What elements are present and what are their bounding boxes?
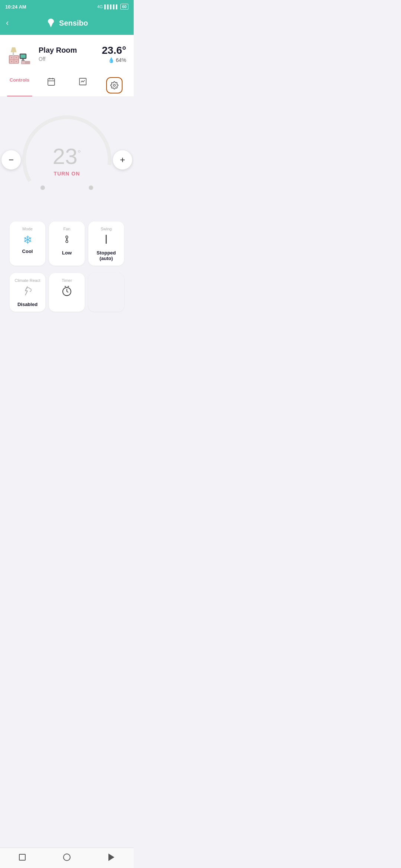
room-info-right: 23.6° 💧 64% <box>102 45 126 63</box>
svg-rect-17 <box>48 79 55 85</box>
svg-point-7 <box>11 61 12 62</box>
fan-control-card[interactable]: Fan Low <box>49 221 85 266</box>
tab-controls[interactable]: Controls <box>4 73 35 96</box>
swing-icon <box>100 233 112 248</box>
svg-marker-10 <box>11 47 17 52</box>
room-temperature: 23.6° <box>102 45 126 56</box>
thermostat-inner: 23° TURN ON <box>53 144 81 177</box>
status-icons: 4G ▌▌▌▌▌ 60 <box>97 4 128 10</box>
swing-control-card[interactable]: Swing Stopped (auto) <box>88 221 124 266</box>
svg-point-27 <box>66 240 68 243</box>
fan-value: Low <box>62 250 72 256</box>
temperature-increase-button[interactable]: + <box>113 150 132 170</box>
tab-bar: Controls <box>0 73 134 97</box>
back-button[interactable]: ‹ <box>6 18 9 28</box>
mode-control-card[interactable]: Mode ❄ Cool <box>10 221 45 266</box>
status-bar: 10:24 AM 4G ▌▌▌▌▌ 60 <box>0 0 134 13</box>
minus-icon: − <box>9 155 14 165</box>
mode-icon: ❄ <box>23 233 32 246</box>
humidity-value: 64% <box>116 57 126 63</box>
svg-rect-12 <box>20 55 26 58</box>
svg-point-22 <box>113 84 115 86</box>
timer-label: Timer <box>62 278 72 283</box>
room-humidity: 💧 64% <box>102 57 126 63</box>
svg-point-29 <box>66 239 68 240</box>
svg-line-33 <box>25 291 27 295</box>
room-illustration <box>7 41 33 67</box>
room-card: Play Room Off 23.6° 💧 64% <box>0 35 134 73</box>
fan-label: Fan <box>63 227 71 231</box>
insights-icon <box>78 77 87 88</box>
climate-react-label: Climate React <box>14 278 40 283</box>
humidity-drop-icon: 💧 <box>108 57 114 63</box>
tab-insights[interactable] <box>67 73 98 96</box>
svg-point-5 <box>11 57 12 58</box>
climate-react-value: Disabled <box>17 302 38 307</box>
svg-rect-9 <box>13 52 14 56</box>
timer-icon <box>61 285 73 299</box>
svg-point-6 <box>16 57 17 58</box>
swing-value: Stopped (auto) <box>92 250 120 261</box>
mode-value: Cool <box>22 249 33 254</box>
app-title: Sensibo <box>59 19 88 27</box>
climate-react-icon <box>22 285 33 299</box>
svg-point-24 <box>40 185 45 190</box>
battery-indicator: 60 <box>120 4 128 10</box>
svg-point-26 <box>66 236 68 238</box>
empty-card <box>88 273 124 312</box>
temperature-decrease-button[interactable]: − <box>1 150 21 170</box>
svg-rect-14 <box>22 60 25 61</box>
thermostat-temperature: 23° <box>53 144 81 169</box>
tab-controls-label: Controls <box>10 77 29 83</box>
svg-line-36 <box>67 292 68 292</box>
settings-icon-box[interactable] <box>106 77 123 93</box>
thermostat-control: 23° TURN ON <box>19 112 115 208</box>
header-logo: Sensibo <box>46 18 88 28</box>
room-details: Play Room Off <box>39 46 77 62</box>
tab-schedule[interactable] <box>35 73 67 96</box>
room-name: Play Room <box>39 46 77 55</box>
tab-settings[interactable] <box>98 73 130 96</box>
room-power-status: Off <box>39 56 77 62</box>
controls-row-2: Climate React Disabled Timer <box>6 273 128 319</box>
fan-icon <box>61 233 73 248</box>
tab-active-indicator <box>7 96 32 96</box>
plus-icon: + <box>120 155 125 165</box>
signal-icon: 4G <box>97 4 103 9</box>
room-info-left: Play Room Off <box>7 41 77 67</box>
swing-label: Swing <box>101 227 112 231</box>
controls-area: − 23° TURN ON + Mode <box>0 97 134 326</box>
svg-point-8 <box>16 61 17 62</box>
controls-row-1: Mode ❄ Cool Fan Low Swing <box>6 218 128 273</box>
sensibo-logo-icon <box>46 18 56 28</box>
turn-on-button[interactable]: TURN ON <box>54 171 80 177</box>
schedule-icon <box>47 77 56 88</box>
timer-control-card[interactable]: Timer <box>49 273 85 312</box>
mode-label: Mode <box>22 227 33 231</box>
header: ‹ Sensibo <box>0 13 134 35</box>
signal-bars: ▌▌▌▌▌ <box>104 4 119 9</box>
climate-react-control-card[interactable]: Climate React Disabled <box>10 273 45 312</box>
svg-point-25 <box>89 185 93 190</box>
svg-rect-16 <box>22 62 25 63</box>
status-time: 10:24 AM <box>5 4 26 10</box>
